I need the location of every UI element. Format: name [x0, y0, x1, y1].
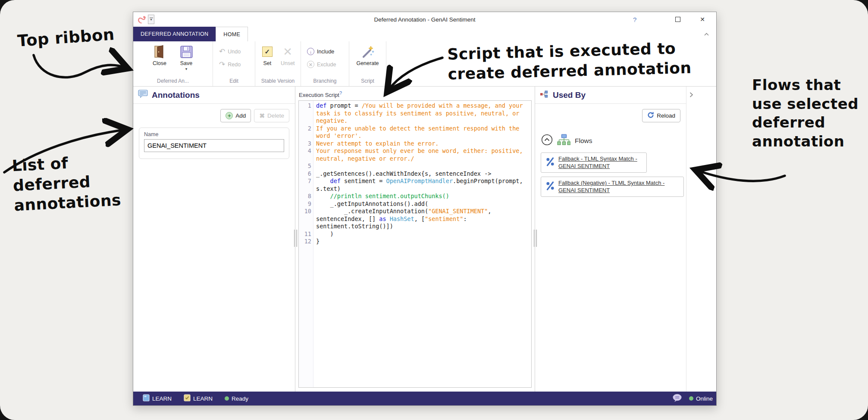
include-circle-arrow-icon: ↓ [307, 48, 314, 55]
code-line: 9 _.getInputAnnotations().add( [299, 200, 531, 208]
code-line: 4Your response must only ever be one wor… [299, 147, 531, 162]
checklist-icon [184, 394, 191, 403]
ready-status: Ready [225, 395, 248, 402]
annotations-panel: Annotations + Add ✖ Delete Name [133, 87, 295, 392]
generate-button[interactable]: Generate [354, 43, 381, 66]
side-panel-strip [686, 87, 716, 392]
execution-script-header: Execution Script? [295, 87, 535, 100]
hand-note-flows: Flows that use selected deferred annotat… [752, 76, 859, 151]
ribbon-group-deferred-annotation: Close Sa [133, 41, 213, 86]
script-help-icon[interactable]: ? [339, 90, 342, 96]
help-button[interactable]: ? [633, 16, 636, 23]
close-button[interactable]: Close [148, 43, 171, 66]
annotation-item-card: Name [139, 128, 289, 159]
tab-deferred-annotation[interactable]: DEFERRED ANNOTATION [133, 27, 216, 41]
learn-docs-badge[interactable]: LEARN [143, 394, 172, 403]
door-icon [154, 44, 166, 59]
online-status: Online [689, 395, 713, 402]
code-line: 12} [299, 238, 531, 246]
close-window-button[interactable]: ✕ [700, 16, 705, 23]
exclude-circle-x-icon: ✕ [307, 61, 314, 68]
flow-link[interactable]: Fallback - TLML Syntax Match - GENAI SEN… [558, 156, 642, 170]
main-content: Annotations + Add ✖ Delete Name [133, 87, 716, 392]
maximize-button[interactable] [675, 17, 680, 22]
ribbon-group-label: Branching [301, 77, 349, 86]
undo-button[interactable]: ↶ Undo [216, 46, 243, 57]
expand-chevron-icon[interactable] [689, 92, 693, 99]
x-icon: ✕ [283, 44, 292, 59]
flow-link[interactable]: Fallback (Negative) - TLML Syntax Match … [558, 180, 679, 194]
screenshot-canvas: Top ribbon Script that is executed to cr… [0, 0, 868, 420]
online-dot-icon [689, 396, 693, 401]
splitter-right[interactable] [534, 230, 537, 247]
execution-script-editor[interactable]: 1def prompt = /You will be provided with… [298, 100, 532, 388]
code-line: 5 [299, 162, 531, 170]
redo-button[interactable]: ↷ Redo [216, 59, 243, 70]
flows-label: Flows [575, 137, 592, 145]
book-icon [143, 394, 150, 403]
redo-icon: ↷ [219, 61, 225, 68]
annotations-panel-title: Annotations [152, 90, 200, 100]
unset-button[interactable]: ✕ Unset [279, 43, 297, 66]
flow-percent-icon [545, 157, 555, 168]
save-dropdown-icon[interactable]: ▾ [185, 67, 188, 71]
add-annotation-button[interactable]: + Add [220, 109, 251, 122]
ribbon-group-branching: ↓ Include ✕ Exclude Branching [301, 41, 349, 86]
code-line: 6_.getSentences().eachWithIndex{s, sente… [299, 170, 531, 178]
set-button[interactable]: ✓ Set [259, 43, 276, 66]
flow-link-card[interactable]: Fallback (Negative) - TLML Syntax Match … [541, 177, 684, 197]
hand-note-script: Script that is executed to create deferr… [447, 38, 692, 84]
ready-dot-icon [225, 396, 229, 401]
ribbon-group-label: Stable Version [255, 77, 301, 86]
flow-percent-icon [545, 181, 555, 193]
hand-note-list: List of deferred annotations [12, 151, 122, 216]
speech-bubble-icon [138, 90, 148, 100]
exclude-button[interactable]: ✕ Exclude [304, 59, 338, 70]
window-title: Deferred Annotation - GenAI Sentiment [133, 16, 716, 23]
undo-icon: ↶ [219, 48, 225, 55]
code-line: 3Never attempt to explain the error. [299, 140, 531, 148]
code-line: 1def prompt = /You will be provided with… [299, 102, 531, 125]
delete-annotation-button[interactable]: ✖ Delete [254, 109, 289, 122]
ribbon-group-script: Generate Script [349, 41, 386, 86]
status-bar: LEARN LEARN Ready [133, 392, 716, 405]
chat-bubble-icon[interactable] [672, 394, 682, 404]
execution-script-panel: Execution Script? 1def prompt = /You wil… [295, 87, 535, 392]
reload-icon [647, 112, 654, 120]
floppy-icon [180, 44, 193, 59]
ribbon-collapse-icon[interactable] [704, 30, 709, 38]
flow-list: Fallback - TLML Syntax Match - GENAI SEN… [535, 152, 686, 201]
plus-circle-icon: + [226, 112, 233, 119]
annotation-name-input[interactable] [144, 139, 284, 152]
used-by-tree-icon [540, 90, 549, 100]
reload-button[interactable]: Reload [642, 109, 680, 122]
ribbon-group-label: Script [349, 77, 386, 86]
name-label: Name [144, 131, 284, 137]
maximize-icon [675, 17, 680, 22]
delete-x-icon: ✖ [259, 112, 265, 120]
magic-wand-icon [360, 44, 375, 59]
used-by-panel: Used By Reload [535, 87, 686, 392]
collapse-circle-icon[interactable] [541, 134, 553, 147]
ribbon-group-label: Edit [213, 77, 255, 86]
flows-tree-icon [557, 134, 570, 147]
flows-section-header: Flows [535, 126, 686, 152]
title-bar: ▾ Deferred Annotation - GenAI Sentiment … [133, 12, 716, 27]
arrow-top-ribbon [34, 55, 125, 77]
flow-link-card[interactable]: Fallback - TLML Syntax Match - GENAI SEN… [541, 152, 647, 173]
splitter-left[interactable] [294, 230, 297, 247]
include-button[interactable]: ↓ Include [304, 46, 338, 57]
save-button[interactable]: Save ▾ [175, 43, 198, 71]
ribbon-tab-row: DEFERRED ANNOTATION HOME [133, 27, 716, 41]
code-line: 7 def sentiment = OpenAIPromptHandler.be… [299, 177, 531, 193]
hand-note-top-ribbon: Top ribbon [17, 24, 116, 51]
tab-home[interactable]: HOME [216, 27, 248, 41]
used-by-panel-title: Used By [553, 90, 586, 100]
code-line: 2If you are unable to detect the sentime… [299, 125, 531, 140]
ribbon-group-label: Deferred An... [133, 77, 213, 86]
code-line: 11 ) [299, 230, 531, 238]
ribbon-group-edit: ↶ Undo ↷ Redo Edit [213, 41, 255, 86]
learn-tasks-badge[interactable]: LEARN [184, 394, 213, 403]
ribbon-group-stable-version: ✓ Set ✕ Unset Stable Version [255, 41, 301, 86]
code-line: 10 _.createInputAnnotation("GENAI_SENTIM… [299, 208, 531, 230]
